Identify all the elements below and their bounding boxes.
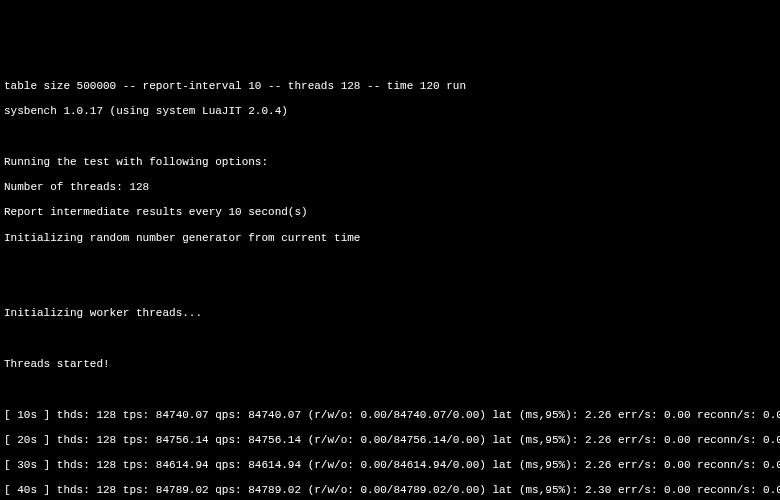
interval-row: [ 30s ] thds: 128 tps: 84614.94 qps: 846… (4, 459, 780, 471)
header-line: sysbench 1.0.17 (using system LuaJIT 2.0… (4, 105, 288, 117)
header-line: Threads started! (4, 358, 110, 370)
header-line: Initializing random number generator fro… (4, 232, 360, 244)
header-line: Initializing worker threads... (4, 307, 202, 319)
header-line: table size 500000 -- report-interval 10 … (4, 80, 466, 92)
terminal-output: table size 500000 -- report-interval 10 … (0, 63, 780, 500)
header-line: Number of threads: 128 (4, 181, 149, 193)
header-line: Running the test with following options: (4, 156, 268, 168)
header-line: Report intermediate results every 10 sec… (4, 206, 308, 218)
interval-row: [ 20s ] thds: 128 tps: 84756.14 qps: 847… (4, 434, 780, 446)
interval-row: [ 10s ] thds: 128 tps: 84740.07 qps: 847… (4, 409, 780, 421)
interval-row: [ 40s ] thds: 128 tps: 84789.02 qps: 847… (4, 484, 780, 496)
